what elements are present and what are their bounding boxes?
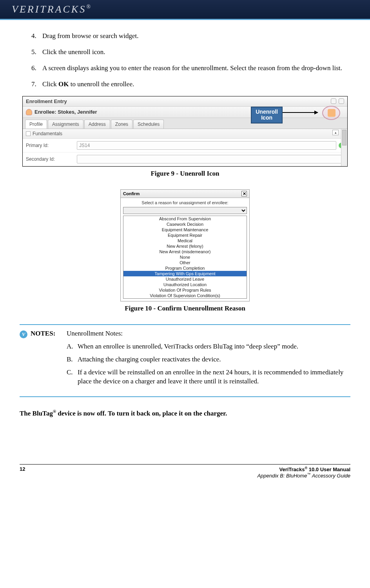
app-header: VERITRACKS®	[0, 0, 370, 19]
page-number: 12	[20, 466, 25, 479]
enrollee-name: Enrollee: Stokes, Jennifer	[34, 109, 97, 115]
step-5: 5.Click the unenroll icon.	[31, 48, 350, 57]
brand-logo: VERITRACKS®	[12, 4, 92, 15]
reason-option[interactable]: Abscond From Supervision	[123, 216, 247, 221]
tab-profile[interactable]: Profile	[25, 120, 47, 129]
step-number: 7.	[31, 80, 42, 89]
footer-guide: Accessory Guide	[311, 473, 350, 479]
note-b: B.Attaching the charging coupler reactiv…	[67, 355, 350, 364]
note-text: If a device will be reinstalled on an en…	[78, 368, 350, 386]
brand-reg: ®	[86, 4, 92, 10]
unenroll-icon-highlight	[322, 106, 340, 120]
step-number: 4.	[31, 32, 42, 41]
note-text: Attaching the charging coupler reactivat…	[78, 355, 221, 364]
scrollbar-thumb[interactable]	[342, 130, 346, 145]
note-a: A.When an enrollee is unenrolled, VeriTr…	[67, 342, 350, 351]
reason-option[interactable]: Other	[123, 260, 247, 265]
step-prefix: Click	[42, 80, 58, 88]
unenroll-callout: UnenrollIcon	[251, 107, 283, 123]
final-pre: The BluTag	[20, 409, 53, 417]
close-icon[interactable]: ✕	[241, 191, 247, 196]
callout-line1: Unenroll	[256, 109, 278, 115]
reason-options-list: Abscond From SupervisionCasework Decisio…	[123, 216, 247, 299]
figure-10-screenshot: Confirm ✕ Select a reason for unassignme…	[120, 189, 250, 301]
primary-id-row: Primary Id:	[23, 139, 347, 152]
figure-9-screenshot: Enrollment Entry Enrollee: Stokes, Jenni…	[22, 96, 348, 167]
instruction-list: 4.Drag from browse or search widget. 5.C…	[20, 32, 350, 89]
note-mark: B.	[67, 355, 78, 364]
step-6: 6.A screen displays asking you to enter …	[31, 64, 350, 73]
refresh-icon[interactable]	[331, 98, 336, 104]
step-7: 7.Click OK to unenroll the enrollee.	[31, 80, 350, 89]
reason-option[interactable]: Tampering With Gps Equipment	[123, 271, 247, 276]
reason-option[interactable]: Equipment Repair	[123, 232, 247, 238]
tab-zones[interactable]: Zones	[111, 120, 132, 129]
reason-option[interactable]: None	[123, 254, 247, 260]
footer-manual: 10.0 User Manual	[307, 466, 350, 472]
callout-arrow	[283, 112, 318, 113]
step-number: 6.	[31, 64, 42, 73]
confirm-titlebar: Confirm ✕	[121, 190, 249, 198]
secondary-id-label: Secondary Id:	[26, 156, 77, 162]
reason-option[interactable]: Casework Decision	[123, 221, 247, 227]
section-title: Fundamentals	[33, 131, 62, 136]
footer-tm: ™	[307, 472, 311, 476]
reason-option[interactable]: Violation Of Program Rules	[123, 287, 247, 293]
secondary-id-row: Secondary Id:	[23, 152, 347, 166]
final-statement: The BluTag® device is now off. To turn i…	[20, 409, 350, 417]
panel-title-text: Enrollment Entry	[26, 98, 67, 104]
reason-option[interactable]: Program Completion	[123, 265, 247, 271]
person-icon	[26, 109, 32, 115]
step-suffix: to unenroll the enrollee.	[69, 80, 134, 88]
reason-option[interactable]: Violation Of Supervision Condition(s)	[123, 293, 247, 298]
notes-icon: V	[20, 330, 27, 338]
note-mark: A.	[67, 342, 78, 351]
final-post: device is now off. To turn it back on, p…	[56, 409, 227, 417]
section-icon	[26, 131, 31, 136]
notes-label: NOTES:	[31, 330, 67, 390]
secondary-id-input[interactable]	[77, 155, 344, 163]
panel-title-icons	[331, 98, 344, 104]
step-text: Click the unenroll icon.	[42, 48, 105, 57]
footer-appendix: Appendix B: BluHome	[257, 473, 307, 479]
confirm-body: Select a reason for unassignment of enro…	[121, 198, 249, 301]
primary-id-label: Primary Id:	[26, 143, 77, 148]
footer-right: VeriTracks® 10.0 User Manual Appendix B:…	[257, 466, 350, 479]
note-c: C.If a device will be reinstalled on an …	[67, 368, 350, 386]
step-text: Click OK to unenroll the enrollee.	[42, 80, 134, 89]
confirm-prompt: Select a reason for unassignment of enro…	[123, 200, 247, 205]
final-sup: ®	[53, 409, 56, 414]
reason-option[interactable]: New Arrest (misdemeanor)	[123, 249, 247, 254]
fundamentals-header: Fundamentals ▴	[23, 129, 347, 139]
form-panel: Fundamentals ▴ Primary Id: Secondary Id:	[23, 129, 347, 166]
page-footer: 12 VeriTracks® 10.0 User Manual Appendix…	[0, 465, 370, 487]
tab-assignments[interactable]: Assignments	[48, 120, 83, 129]
reason-option[interactable]: Unauthorized Leave	[123, 276, 247, 282]
primary-id-input[interactable]	[77, 141, 336, 150]
reason-select[interactable]	[123, 207, 247, 214]
tab-bar: Profile Assignments Address Zones Schedu…	[23, 118, 347, 129]
figure-9-caption: Figure 9 - Unenroll Icon	[20, 170, 350, 178]
step-bold: OK	[58, 80, 69, 88]
close-icon[interactable]	[339, 98, 344, 104]
unenroll-icon[interactable]	[328, 109, 336, 117]
brand-text: VERITRACKS	[12, 4, 86, 15]
reason-option[interactable]: Medical	[123, 238, 247, 243]
step-text: Drag from browse or search widget.	[42, 32, 138, 41]
note-text: When an enrollee is unenrolled, VeriTrac…	[78, 342, 298, 351]
reason-option[interactable]: New Arrest (felony)	[123, 243, 247, 249]
scrollbar[interactable]	[341, 129, 347, 166]
footer-product: VeriTracks	[279, 466, 305, 472]
collapse-icon[interactable]: ▴	[332, 130, 339, 135]
tab-schedules[interactable]: Schedules	[133, 120, 164, 129]
step-text: A screen displays asking you to enter th…	[42, 64, 342, 73]
reason-option[interactable]: Unauthorized Location	[123, 282, 247, 287]
note-mark: C.	[67, 368, 78, 386]
callout-line2: Icon	[261, 114, 272, 121]
reason-option[interactable]: Equipment Maintenance	[123, 227, 247, 232]
notes-title: Unenrollment Notes:	[67, 330, 350, 338]
notes-list: A.When an enrollee is unenrolled, VeriTr…	[67, 342, 350, 386]
tab-address[interactable]: Address	[84, 120, 110, 129]
figure-10-caption: Figure 10 - Confirm Unenrollment Reason	[20, 305, 350, 312]
step-4: 4.Drag from browse or search widget.	[31, 32, 350, 41]
